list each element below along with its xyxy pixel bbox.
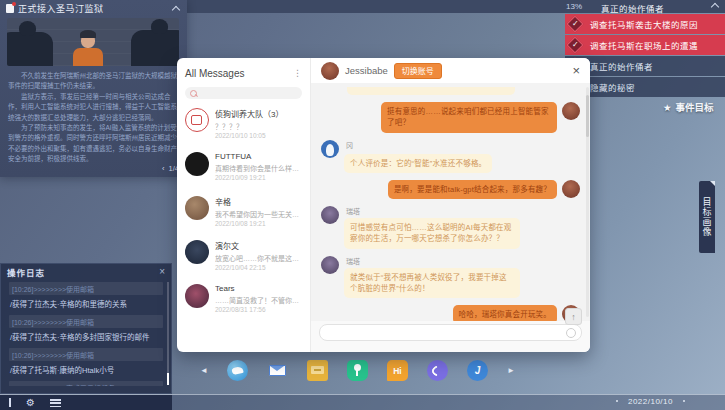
contact-list: 侦狗训养大队（3）？？？？2022/10/10 10:05FUTTFUA真期待看…: [177, 103, 310, 323]
log-entries: [10:26]>>>>>>>>使用邮箱/获得了拉杰夫·辛格的和里德的关系[10:…: [1, 276, 171, 386]
contact-name: Tears: [215, 284, 302, 293]
taskbar: ⚙ 2022/10/10: [0, 394, 725, 410]
date-label: 2022/10/10: [628, 397, 673, 406]
log-action: [10:26]>>>>>>>>使用邮箱: [9, 348, 163, 361]
log-scrollbar-thumb[interactable]: [167, 373, 169, 385]
page-prev-icon[interactable]: ‹: [162, 164, 165, 173]
contact-time: 2022/10/09 19:21: [215, 174, 302, 181]
contact-info: FUTTFUA真期待看到你会是什么样的表情。2022/10/09 19:21: [215, 152, 302, 186]
collapse-chevron-icon[interactable]: [172, 5, 180, 13]
sender-name: 冈: [346, 140, 492, 150]
contact-avatar: [185, 240, 209, 264]
system-date: 2022/10/10: [616, 397, 685, 406]
message-list: 挺有意思的……说起来咱们都已经用上智能管家了吧？冈个人评价是：它的“智能”水准还…: [321, 102, 580, 321]
chat-message: 瑞塔就类似于“我不想再被人类奴役了，我要干掉这个肮脏的世界”什么的！: [321, 256, 580, 299]
task-list-icon[interactable]: [50, 399, 61, 407]
contact-item[interactable]: FUTTFUA真期待看到你会是什么样的表情。2022/10/09 19:21: [177, 147, 310, 191]
hi-chat-icon[interactable]: Hi: [387, 360, 408, 381]
conversation-header: Jessibabe 切换账号 ×: [311, 58, 590, 83]
message-column: 冈个人评价是：它的“智能”水准还不够格。: [344, 140, 492, 173]
chat-message: 瑞塔可惜感觉有点可怕……这么聪明的AI每天都在观察你的生活，万一哪天它想杀了你怎…: [321, 206, 580, 249]
own-avatar: [562, 180, 580, 198]
target-portrait-tab[interactable]: 目标画像: [699, 181, 715, 253]
contact-preview: ……简直没救了！不管你怎么样…: [215, 295, 302, 305]
message-column: 瑞塔就类似于“我不想再被人类奴役了，我要干掉这个肮脏的世界”什么的！: [344, 256, 520, 299]
log-action: [10:28]>>>>>>>>完成了目标任务: [9, 381, 163, 386]
switch-account-button[interactable]: 切换账号: [394, 63, 442, 79]
date-dot-icon: [616, 400, 618, 402]
conversation-list-header: All Messages ⋮: [177, 58, 310, 84]
contact-time: 2022/08/31 17:56: [215, 306, 302, 313]
send-icon[interactable]: [566, 328, 576, 338]
contact-preview: 我不希望你因为一些无关紧要的事…: [215, 209, 302, 219]
task-label: 调查托马斯袭击大楼的原因: [590, 18, 698, 30]
scroll-to-top-button[interactable]: ↑: [565, 308, 582, 325]
sender-name: 瑞塔: [346, 206, 520, 216]
contact-info: 侦狗训养大队（3）？？？？2022/10/10 10:05: [215, 108, 283, 142]
dock-items: HiJ: [227, 360, 488, 381]
phone-icon[interactable]: [427, 360, 448, 381]
message-bubble: 哈哈，瑞塔你真会开玩笑。: [453, 305, 557, 321]
log-scrollbar[interactable]: [167, 282, 169, 385]
browser-icon[interactable]: [227, 360, 248, 381]
more-menu-icon[interactable]: ⋮: [293, 68, 302, 78]
taskbar-left: ⚙: [0, 395, 172, 410]
chat-message: 是啊，要是能和talk-gpt结合起来，那多有趣？: [321, 180, 580, 199]
notes-icon[interactable]: [307, 360, 328, 381]
chat-scrollbar-thumb[interactable]: [586, 95, 589, 137]
mail-icon[interactable]: [267, 360, 288, 381]
jlink-icon[interactable]: J: [467, 360, 488, 381]
objective-progress: 13%: [566, 2, 582, 11]
news-window-title: 正式接入圣马汀监狱: [18, 2, 104, 15]
search-bar[interactable]: [185, 87, 302, 99]
police-figure-right: [131, 30, 179, 66]
keychain-icon[interactable]: [347, 360, 368, 381]
sender-avatar: [321, 206, 339, 224]
log-action: [10:26]>>>>>>>>使用邮箱: [9, 282, 163, 295]
news-paragraph: 不久前发生在阿瑞斯州北部的圣马汀监狱的大规模越狱事件的扫尾搜捕工作仍未结束。: [8, 71, 181, 92]
task-row[interactable]: ✓调查托马斯在职场上的遭遇: [565, 35, 725, 55]
contact-avatar: [185, 152, 209, 176]
operation-log-panel: 操作日志 × [10:26]>>>>>>>>使用邮箱/获得了拉杰夫·辛格的和里德…: [0, 263, 172, 394]
close-icon[interactable]: ×: [159, 267, 165, 277]
contact-item[interactable]: 演尔文放宽心吧……你不就是这种人么？为…2022/10/04 22:15: [177, 235, 310, 279]
message-input[interactable]: [320, 325, 581, 340]
check-icon: ✓: [572, 40, 579, 48]
close-icon[interactable]: ×: [572, 64, 580, 77]
contact-item[interactable]: 辛格我不希望你因为一些无关紧要的事…2022/10/08 19:21: [177, 191, 310, 235]
event-objectives-link[interactable]: ★ 事件目标: [663, 100, 714, 114]
task-label: 隐藏的秘密: [590, 81, 635, 93]
contact-time: 2022/10/08 19:21: [215, 220, 302, 227]
message-input-box[interactable]: [319, 324, 582, 341]
chat-message: 哈哈，瑞塔你真会开玩笑。: [321, 305, 580, 321]
contact-info: 辛格我不希望你因为一些无关紧要的事…2022/10/08 19:21: [215, 196, 302, 230]
conversation-panel: Jessibabe 切换账号 × 挺有意思的……说起来咱们都已经用上智能管家了吧…: [311, 58, 590, 352]
gear-icon[interactable]: ⚙: [26, 398, 35, 408]
check-icon: ✓: [572, 19, 579, 27]
star-icon: ★: [663, 102, 672, 113]
chat-message: 冈个人评价是：它的“智能”水准还不够格。: [321, 140, 580, 173]
dock-scroll-right-icon[interactable]: ►: [507, 366, 515, 375]
contact-avatar: [185, 196, 209, 220]
police-figure-left: [7, 32, 53, 66]
contact-time: 2022/10/04 22:15: [215, 264, 302, 271]
message-bubble: 挺有意思的……说起来咱们都已经用上智能管家了吧？: [381, 102, 557, 133]
chat-window: All Messages ⋮ 侦狗训养大队（3）？？？？2022/10/10 1…: [177, 58, 590, 352]
date-dot-icon: [683, 400, 685, 402]
app-dock: ◄ HiJ ►: [200, 360, 515, 381]
task-label: 真正的始作俑者: [590, 60, 653, 72]
own-avatar: [562, 102, 580, 120]
contact-item[interactable]: Tears……简直没救了！不管你怎么样…2022/08/31 17:56: [177, 279, 310, 323]
contact-item[interactable]: 侦狗训养大队（3）？？？？2022/10/10 10:05: [177, 103, 310, 147]
taskbar-divider: [9, 398, 11, 407]
task-row[interactable]: ✓调查托马斯袭击大楼的原因: [565, 14, 725, 34]
contact-name: 辛格: [215, 196, 302, 207]
task-status-icon: ✓: [567, 36, 584, 53]
news-window: 正式接入圣马汀监狱 66 不久前发生在阿瑞斯州北部的圣马汀监狱的大规模越狱事件的…: [0, 0, 187, 177]
sender-avatar: [321, 256, 339, 274]
dock-scroll-left-icon[interactable]: ◄: [200, 366, 208, 375]
contact-preview: 真期待看到你会是什么样的表情。: [215, 163, 302, 173]
chat-message: 挺有意思的……说起来咱们都已经用上智能管家了吧？: [321, 102, 580, 133]
search-input[interactable]: [200, 89, 297, 98]
prisoner-figure: [73, 48, 103, 66]
